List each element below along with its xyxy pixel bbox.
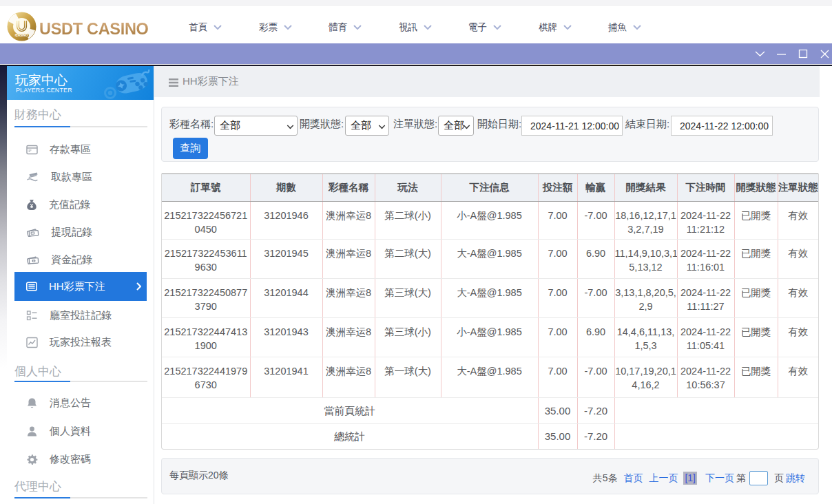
svg-text:CASINO: CASINO <box>16 34 28 37</box>
